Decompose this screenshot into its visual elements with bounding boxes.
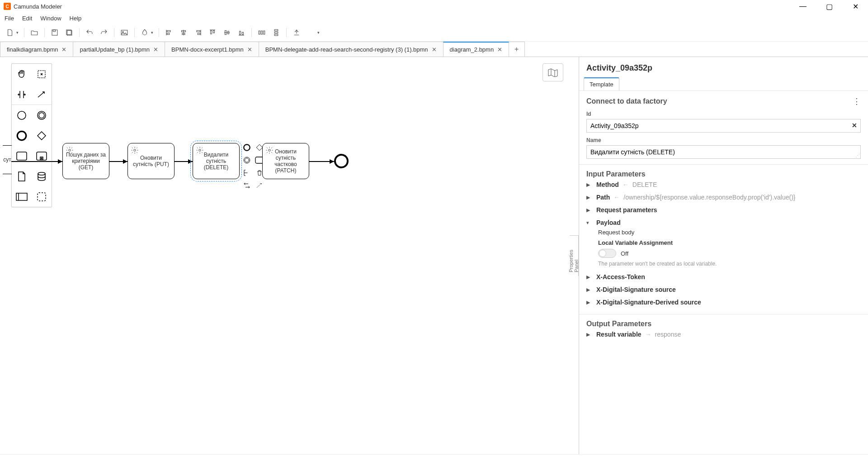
id-input[interactable]	[586, 119, 861, 133]
end-event-icon[interactable]	[12, 125, 32, 146]
distribute-h-icon[interactable]	[255, 26, 268, 39]
param-path[interactable]: ▶Path←/ownership/${response.value.respon…	[586, 191, 861, 204]
deploy-icon[interactable]	[290, 26, 303, 39]
close-icon[interactable]: ✕	[153, 46, 158, 53]
color-icon[interactable]	[138, 26, 151, 39]
lasso-tool-icon[interactable]	[32, 64, 52, 84]
distribute-v-icon[interactable]	[270, 26, 283, 39]
annotation-icon[interactable]	[241, 167, 252, 178]
append-intermediate-event-icon[interactable]	[241, 155, 252, 166]
participant-icon[interactable]	[12, 186, 32, 207]
param-payload[interactable]: ▾Payload	[586, 216, 861, 229]
param-method[interactable]: ▶Method←DELETE	[586, 178, 861, 191]
tab-finalkdiagram[interactable]: finalkdiagram.bpmn✕	[0, 42, 73, 57]
resize-grip-icon[interactable]: ⋰	[855, 153, 860, 158]
offscreen-task[interactable]: сут	[3, 145, 12, 174]
bpmn-task-delete[interactable]: Видалити сутність (DELETE)	[193, 143, 240, 179]
gear-icon	[66, 146, 74, 156]
run-icon[interactable]	[305, 26, 317, 39]
app-title: Camunda Modeler	[14, 3, 62, 10]
close-icon[interactable]: ✕	[247, 46, 252, 53]
menu-file[interactable]: File	[5, 15, 14, 22]
title-bar: C Camunda Modeler ― ▢ ✕	[0, 0, 868, 13]
align-right-icon[interactable]	[192, 26, 204, 39]
align-bottom-icon[interactable]	[235, 26, 248, 39]
gateway-icon[interactable]	[32, 125, 52, 146]
svg-rect-22	[240, 31, 241, 35]
start-event-icon[interactable]	[12, 105, 32, 125]
name-input[interactable]	[586, 145, 861, 159]
task-label: Оновити сутність (PUT)	[130, 155, 172, 167]
svg-rect-29	[274, 34, 278, 35]
param-result-variable[interactable]: ▶Result variable→response	[586, 328, 861, 341]
svg-rect-23	[242, 32, 244, 34]
save-all-icon[interactable]	[63, 26, 75, 39]
data-store-icon[interactable]	[32, 166, 52, 186]
align-top-icon[interactable]	[206, 26, 219, 39]
bpmn-end-event[interactable]	[334, 154, 349, 168]
svg-rect-17	[213, 30, 215, 33]
diagram-canvas[interactable]: сут Пошук даних за критеріями (GET) Онов…	[0, 57, 570, 454]
undo-icon[interactable]	[83, 26, 96, 39]
minimap-toggle[interactable]	[542, 63, 563, 81]
svg-rect-1	[53, 30, 55, 32]
clear-icon[interactable]: ✕	[852, 122, 857, 129]
close-icon[interactable]: ✕	[61, 46, 66, 53]
save-icon[interactable]	[48, 26, 61, 39]
svg-rect-26	[264, 31, 265, 34]
change-type-icon[interactable]	[241, 180, 252, 191]
menu-window[interactable]: Window	[40, 15, 61, 22]
menu-edit[interactable]: Edit	[22, 15, 32, 22]
svg-rect-14	[198, 33, 200, 34]
hand-tool-icon[interactable]	[12, 64, 32, 84]
intermediate-event-icon[interactable]	[32, 105, 52, 125]
open-file-icon[interactable]	[28, 26, 41, 39]
connect-icon[interactable]	[254, 180, 265, 191]
bpmn-task-get[interactable]: Пошук даних за критеріями (GET)	[62, 143, 109, 179]
sequence-flow[interactable]	[11, 161, 62, 162]
global-connect-icon[interactable]	[32, 84, 52, 105]
panel-collapse-handle[interactable]: Properties Panel	[569, 235, 579, 276]
redo-icon[interactable]	[98, 26, 110, 39]
new-tab-button[interactable]: +	[509, 42, 525, 57]
minimize-button[interactable]: ―	[794, 2, 812, 11]
group-icon[interactable]	[32, 186, 52, 207]
kebab-icon[interactable]: ⋮	[853, 96, 861, 106]
svg-point-43	[134, 149, 136, 152]
gear-icon	[196, 146, 204, 156]
bpmn-task-put[interactable]: Оновити сутність (PUT)	[127, 143, 175, 179]
lva-hint: The parameter won't be created as local …	[598, 261, 861, 267]
tab-template[interactable]: Template	[584, 77, 619, 90]
param-x-digital-signature[interactable]: ▶X-Digital-Signature source	[586, 283, 861, 296]
task-icon[interactable]	[12, 146, 32, 166]
data-object-icon[interactable]	[12, 166, 32, 186]
image-icon[interactable]	[118, 26, 131, 39]
bpmn-task-patch[interactable]: Оновити сутність частково (PATCH)	[262, 143, 309, 179]
space-tool-icon[interactable]	[12, 84, 32, 105]
new-file-icon[interactable]	[4, 26, 16, 39]
param-request-parameters[interactable]: ▶Request parameters	[586, 204, 861, 216]
close-icon[interactable]: ✕	[432, 46, 437, 53]
param-x-access-token[interactable]: ▶X-Access-Token	[586, 271, 861, 283]
tab-docx-excerpt[interactable]: BPMN-docx-excerpt1.bpmn✕	[165, 42, 259, 57]
subprocess-icon[interactable]	[32, 146, 52, 166]
svg-point-45	[244, 144, 250, 151]
align-center-v-icon[interactable]	[221, 26, 233, 39]
close-icon[interactable]: ✕	[497, 46, 502, 53]
svg-rect-8	[167, 33, 170, 34]
maximize-button[interactable]: ▢	[820, 2, 838, 11]
param-x-digital-signature-derived[interactable]: ▶X-Digital-Signature-Derived source	[586, 296, 861, 309]
selected-element-title: Activity_09a352p	[579, 57, 868, 77]
close-window-button[interactable]: ✕	[846, 2, 864, 11]
align-left-icon[interactable]	[163, 26, 175, 39]
svg-rect-7	[167, 30, 171, 32]
append-end-event-icon[interactable]	[241, 142, 252, 153]
menu-help[interactable]: Help	[70, 15, 82, 22]
tab-diagram2[interactable]: diagram_2.bpmn✕	[443, 42, 509, 57]
tab-delegate[interactable]: BPMN-delegate-add-read-search-second-reg…	[259, 42, 443, 57]
tab-partialupdate[interactable]: partialUpdate_bp (1).bpmn✕	[73, 42, 165, 57]
toolbar: ▾ ▾ ▾	[0, 24, 868, 42]
lva-toggle[interactable]	[598, 249, 616, 258]
align-center-h-icon[interactable]	[177, 26, 190, 39]
svg-rect-25	[261, 31, 263, 34]
